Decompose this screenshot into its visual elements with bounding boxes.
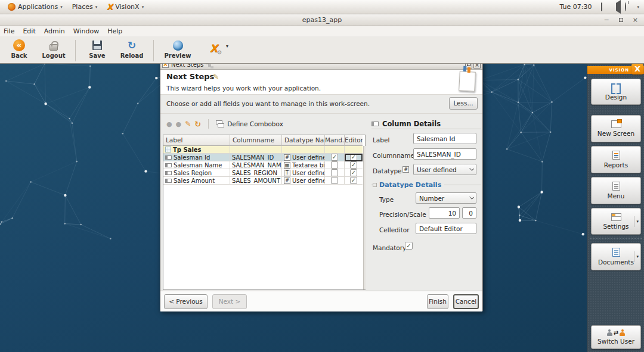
previous-button[interactable]: < Previous	[164, 294, 208, 309]
visionx-tool-button[interactable]: X ⚙	[210, 42, 218, 54]
columnname-input[interactable]: SALESMAN_ID	[413, 148, 476, 160]
next-button[interactable]: Next >	[212, 294, 247, 309]
design-icon	[611, 83, 621, 92]
dialog-heading: Next Steps	[166, 72, 214, 81]
table-row[interactable]: Sales Region SALES_REGION TUser defined …	[163, 169, 365, 177]
menu-edit[interactable]: Edit	[23, 27, 35, 35]
volume-icon[interactable]	[613, 3, 621, 11]
scale-input[interactable]: 0	[462, 207, 476, 219]
table-scrollbar[interactable]	[363, 146, 366, 289]
reports-icon	[612, 151, 620, 160]
delete-row-icon[interactable]: ●	[176, 120, 182, 128]
celleditor-input[interactable]: Default Editor	[416, 223, 476, 234]
label-field-label: Label	[373, 136, 389, 144]
column-header-mandatory[interactable]: Mand...	[325, 135, 345, 146]
finish-button[interactable]: Finish	[427, 294, 448, 309]
less-button[interactable]: Less...	[449, 97, 478, 110]
floppy-icon	[92, 41, 102, 50]
refresh-icon[interactable]: ↻	[194, 120, 201, 129]
visionx-logo-icon: X	[107, 2, 113, 11]
datatype-combo-cell[interactable]: # User defined ▾	[282, 154, 325, 161]
reload-button[interactable]: ↻ Reload	[119, 39, 145, 59]
table-group-row[interactable]: Tp Sales	[163, 146, 365, 154]
column-details-title: Column Details	[382, 120, 441, 128]
columnname-field-label: Columnname	[373, 152, 414, 159]
menu-window[interactable]: Window	[73, 27, 99, 35]
dialog-content: ● ● ✎ ↻ Define Combobox Label Columnname…	[160, 114, 482, 291]
chevron-down-icon[interactable]: ▾	[226, 43, 228, 49]
editor-checkbox[interactable]: ✓	[350, 177, 357, 184]
refresh-icon: ↻	[128, 39, 136, 51]
collapse-icon[interactable]	[371, 185, 376, 185]
add-row-icon[interactable]: ●	[166, 120, 172, 128]
editor-checkbox[interactable]: ✓	[350, 169, 357, 176]
brand-label: VISION	[609, 68, 629, 73]
menu-file[interactable]: File	[4, 27, 14, 35]
field-icon	[165, 163, 172, 167]
power-icon[interactable]	[625, 3, 633, 11]
logout-button[interactable]: Logout	[41, 39, 67, 59]
applications-label: Applications	[18, 3, 58, 11]
display-icon[interactable]	[601, 3, 609, 11]
column-header-label[interactable]: Label	[163, 135, 230, 146]
type-select[interactable]: Number	[416, 192, 476, 204]
precision-input[interactable]: 10	[429, 207, 460, 219]
toolbar-separator	[153, 40, 154, 61]
editor-checkbox[interactable]: ✓	[350, 161, 357, 169]
reports-button[interactable]: Reports	[591, 146, 641, 173]
chevron-down-icon[interactable]: ▾	[637, 5, 639, 10]
mandatory-checkbox[interactable]	[331, 161, 338, 169]
design-button[interactable]: Design	[591, 79, 641, 105]
mandatory-checkbox[interactable]	[331, 169, 338, 176]
table-row[interactable]: Salesman Id SALESMAN_ID # User defined ▾…	[163, 154, 365, 161]
chevron-down-icon	[469, 166, 474, 171]
maximize-button[interactable]	[619, 16, 623, 24]
number-type-icon: #	[284, 177, 290, 184]
visionx-label: VisionX	[115, 3, 139, 11]
editor-checkbox[interactable]: ✓	[350, 154, 357, 161]
save-button[interactable]: Save	[84, 39, 110, 59]
edit-icon[interactable]: ✎	[185, 120, 191, 128]
field-icon	[165, 179, 172, 183]
table-row[interactable]: Salesman Name SALESMAN_NAME ▦Textarea bi…	[163, 161, 365, 169]
app-window-titlebar: epas13_app − ×	[0, 14, 644, 26]
table-row[interactable]: Sales Amount SALES_AMOUNT #User defined …	[163, 177, 365, 185]
pencil-icon: ✎	[213, 73, 219, 81]
datatype-details-title: Datatype Details	[379, 181, 441, 189]
documents-button[interactable]: Documents ▾	[591, 243, 641, 270]
menu-button[interactable]: Menu	[591, 177, 641, 204]
menu-admin[interactable]: Admin	[44, 27, 65, 35]
minimize-button[interactable]: −	[604, 16, 609, 24]
close-button[interactable]: ×	[633, 16, 638, 24]
toolbar-separator	[208, 119, 209, 129]
new-screen-button[interactable]: New Screen	[591, 115, 641, 142]
column-header-datatype[interactable]: Datatype Name	[282, 135, 325, 146]
dialog-instruction-bar: Choose or add all fields you want to man…	[160, 95, 482, 114]
screen-preview-thumbnail[interactable]	[459, 71, 476, 91]
chevron-down-icon[interactable]: ▾	[634, 216, 639, 227]
chevron-down-icon[interactable]: ▾	[634, 251, 639, 262]
visionx-x-logo-icon[interactable]: X	[631, 64, 643, 74]
cancel-button[interactable]: Cancel	[453, 294, 479, 309]
menu-help[interactable]: Help	[107, 27, 122, 35]
mandatory-checkbox[interactable]: ✓	[331, 154, 338, 161]
mandatory-checkbox[interactable]	[331, 177, 338, 184]
define-combobox-button[interactable]: Define Combobox	[227, 120, 283, 127]
switch-user-button[interactable]: ⇄ Switch User	[591, 325, 641, 349]
places-menu[interactable]: Places ▾	[69, 2, 101, 12]
datatype-select[interactable]: User defined	[413, 164, 476, 175]
settings-button[interactable]: Settings ▾	[591, 208, 641, 235]
back-button[interactable]: « Back	[6, 39, 32, 59]
column-header-editor[interactable]: Editor	[345, 135, 363, 146]
mandatory-checkbox[interactable]: ✓	[405, 242, 413, 250]
applications-menu[interactable]: Applications ▾	[5, 2, 66, 12]
column-details-pane: Column Details Label Salesman Id Columnn…	[371, 119, 481, 288]
number-type-icon: #	[284, 154, 290, 161]
column-header-columnname[interactable]: Columnname	[230, 135, 282, 146]
combobox-icon	[216, 120, 224, 127]
back-icon: «	[13, 39, 25, 51]
label-input[interactable]: Salesman Id	[413, 133, 476, 144]
visionx-menu[interactable]: X VisionX ▾	[104, 1, 147, 13]
app-toolbar: « Back Logout Save ↻ Reload Preview X ⚙ …	[0, 36, 644, 64]
preview-button[interactable]: Preview	[162, 39, 193, 59]
